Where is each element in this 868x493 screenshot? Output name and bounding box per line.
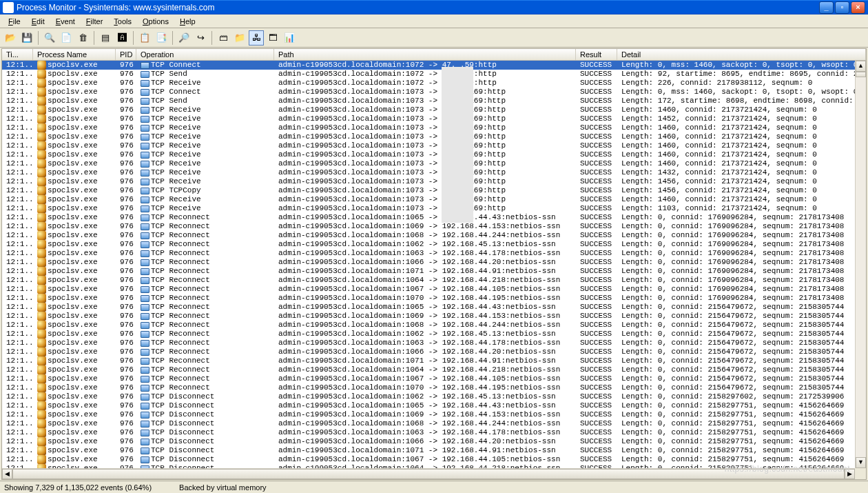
event-row[interactable]: 12:1...spoclsv.exe976TCP Connectadmin-c1… <box>2 88 855 97</box>
event-row[interactable]: 12:1...spoclsv.exe976TCP Reconnectadmin-… <box>2 339 855 348</box>
menu-edit[interactable]: Edit <box>26 16 50 27</box>
profiling-icon[interactable]: 📊 <box>282 30 297 46</box>
close-button[interactable]: × <box>851 1 865 14</box>
event-row[interactable]: 12:1...spoclsv.exe976TCP Disconnectadmin… <box>2 392 855 401</box>
event-row[interactable]: 12:1...spoclsv.exe976TCP Reconnectadmin-… <box>2 258 855 267</box>
event-row[interactable]: 12:1...spoclsv.exe976TCP Reconnectadmin-… <box>2 330 855 339</box>
vertical-scrollbar[interactable]: ▲ ▼ <box>855 61 866 468</box>
cell-path: admin-c199053cd.localdomain:1069 -> 192.… <box>274 222 576 231</box>
event-row[interactable]: 12:1...spoclsv.exe976TCP Disconnectadmin… <box>2 446 855 455</box>
scroll-up-button[interactable]: ▲ <box>856 61 866 72</box>
cell-time: 12:1... <box>2 446 33 455</box>
scroll-thumb-h[interactable] <box>12 469 845 479</box>
network-op-icon <box>141 356 149 365</box>
scroll-down-button[interactable]: ▼ <box>856 457 866 468</box>
cell-process: spoclsv.exe <box>33 455 116 464</box>
event-row[interactable]: 12:1...spoclsv.exe976TCP Disconnectadmin… <box>2 410 855 419</box>
process-icon[interactable]: 🗔 <box>265 30 280 46</box>
event-row[interactable]: 12:1...spoclsv.exe976TCP Receiveadmin-c1… <box>2 132 855 141</box>
event-row[interactable]: 12:1...spoclsv.exe976TCP Reconnectadmin-… <box>2 383 855 392</box>
event-row[interactable]: 12:1...spoclsv.exe976TCP Reconnectadmin-… <box>2 276 855 285</box>
filesystem-icon[interactable]: 📁 <box>232 30 247 46</box>
event-row[interactable]: 12:1...spoclsv.exe976TCP Reconnectadmin-… <box>2 348 855 356</box>
open-icon[interactable]: 📂 <box>3 30 18 46</box>
scroll-right-button[interactable]: ▶ <box>845 469 855 479</box>
event-rows[interactable]: 12:1...spoclsv.exe976TCP Connectadmin-c1… <box>2 61 855 479</box>
event-row[interactable]: 12:1...spoclsv.exe976TCP Disconnectadmin… <box>2 419 855 428</box>
column-header-path[interactable]: Path <box>274 49 576 60</box>
event-row[interactable]: 12:1...spoclsv.exe976TCP Disconnectadmin… <box>2 401 855 410</box>
jump-icon[interactable]: ↪ <box>193 30 208 46</box>
event-row[interactable]: 12:1...spoclsv.exe976TCP Disconnectadmin… <box>2 455 855 464</box>
event-row[interactable]: 12:1...spoclsv.exe976TCP Reconnectadmin-… <box>2 240 855 249</box>
column-header-operation[interactable]: Operation <box>136 49 274 60</box>
event-row[interactable]: 12:1...spoclsv.exe976TCP Reconnectadmin-… <box>2 374 855 383</box>
event-row[interactable]: 12:1...spoclsv.exe976TCP Receiveadmin-c1… <box>2 114 855 123</box>
autoscroll-icon[interactable]: 📄 <box>59 30 74 46</box>
highlight-icon[interactable]: 🅰 <box>114 30 130 46</box>
event-row[interactable]: 12:1...spoclsv.exe976TCP Receiveadmin-c1… <box>2 141 855 150</box>
event-row[interactable]: 12:1...spoclsv.exe976TCP Sendadmin-c1990… <box>2 70 855 79</box>
menu-tools[interactable]: Tools <box>108 16 137 27</box>
network-op-icon <box>141 348 149 356</box>
event-row[interactable]: 12:1...spoclsv.exe976TCP TCPCopyadmin-c1… <box>2 186 855 195</box>
event-row[interactable]: 12:1...spoclsv.exe976TCP Receiveadmin-c1… <box>2 159 855 168</box>
menu-options[interactable]: Options <box>137 16 174 27</box>
clear-icon[interactable]: 🗑 <box>75 30 90 46</box>
column-header-detail[interactable]: Detail <box>617 49 866 60</box>
event-row[interactable]: 12:1...spoclsv.exe976TCP Reconnectadmin-… <box>2 267 855 276</box>
cell-result: SUCCESS <box>576 70 617 79</box>
cell-time: 12:1... <box>2 150 33 159</box>
find-icon[interactable]: 🔎 <box>176 30 192 46</box>
column-header-result[interactable]: Result <box>576 49 617 60</box>
scroll-left-button[interactable]: ◀ <box>2 469 12 479</box>
event-row[interactable]: 12:1...spoclsv.exe976TCP Receiveadmin-c1… <box>2 150 855 159</box>
event-row[interactable]: 12:1...spoclsv.exe976TCP Reconnectadmin-… <box>2 213 855 222</box>
save-icon[interactable]: 💾 <box>19 30 34 46</box>
menu-file[interactable]: File <box>3 16 26 27</box>
event-row[interactable]: 12:1...spoclsv.exe976TCP Sendadmin-c1990… <box>2 97 855 105</box>
event-row[interactable]: 12:1...spoclsv.exe976TCP Reconnectadmin-… <box>2 312 855 321</box>
column-header-process[interactable]: Process Name <box>33 49 116 60</box>
scroll-thumb[interactable] <box>856 72 866 77</box>
event-row[interactable]: 12:1...spoclsv.exe976TCP Reconnectadmin-… <box>2 294 855 303</box>
network-op-icon <box>141 222 149 231</box>
event-row[interactable]: 12:1...spoclsv.exe976TCP Reconnectadmin-… <box>2 356 855 365</box>
event-row[interactable]: 12:1...spoclsv.exe976TCP Reconnectadmin-… <box>2 231 855 240</box>
event-row[interactable]: 12:1...spoclsv.exe976TCP Reconnectadmin-… <box>2 249 855 258</box>
menu-filter[interactable]: Filter <box>81 16 108 27</box>
column-header-pid[interactable]: PID <box>116 49 136 60</box>
event-row[interactable]: 12:1...spoclsv.exe976TCP Receiveadmin-c1… <box>2 204 855 213</box>
cell-result: SUCCESS <box>576 383 617 392</box>
menu-event[interactable]: Event <box>50 16 81 27</box>
event-row[interactable]: 12:1...spoclsv.exe976TCP Receiveadmin-c1… <box>2 123 855 132</box>
event-row[interactable]: 12:1...spoclsv.exe976TCP Receiveadmin-c1… <box>2 168 855 177</box>
cell-result: SUCCESS <box>576 132 617 141</box>
column-header-time[interactable]: Ti... <box>2 49 33 60</box>
include-icon[interactable]: 📋 <box>137 30 152 46</box>
capture-icon[interactable]: 🔍 <box>42 30 57 46</box>
filter-icon[interactable]: ▤ <box>98 30 113 46</box>
event-row[interactable]: 12:1...spoclsv.exe976TCP Connectadmin-c1… <box>2 61 855 70</box>
event-row[interactable]: 12:1...spoclsv.exe976TCP Reconnectadmin-… <box>2 365 855 374</box>
event-row[interactable]: 12:1...spoclsv.exe976TCP Reconnectadmin-… <box>2 222 855 231</box>
event-row[interactable]: 12:1...spoclsv.exe976TCP Reconnectadmin-… <box>2 285 855 294</box>
network-icon[interactable]: 🖧 <box>249 30 264 46</box>
cell-detail: Length: 0, connid: 1769096284, seqnum: 2… <box>617 285 855 294</box>
cell-operation: TCP Reconnect <box>136 276 274 285</box>
horizontal-scrollbar[interactable]: ◀ ▶ <box>2 468 855 479</box>
event-row[interactable]: 12:1...spoclsv.exe976TCP Receiveadmin-c1… <box>2 177 855 186</box>
properties-icon[interactable]: 📑 <box>154 30 169 46</box>
cell-pid: 976 <box>116 392 136 401</box>
registry-icon[interactable]: 🗃 <box>216 30 231 46</box>
event-row[interactable]: 12:1...spoclsv.exe976TCP Disconnectadmin… <box>2 428 855 437</box>
event-row[interactable]: 12:1...spoclsv.exe976TCP Receiveadmin-c1… <box>2 105 855 114</box>
minimize-button[interactable]: _ <box>819 1 834 14</box>
event-row[interactable]: 12:1...spoclsv.exe976TCP Receiveadmin-c1… <box>2 79 855 88</box>
event-row[interactable]: 12:1...spoclsv.exe976TCP Reconnectadmin-… <box>2 303 855 312</box>
event-row[interactable]: 12:1...spoclsv.exe976TCP Receiveadmin-c1… <box>2 195 855 204</box>
event-row[interactable]: 12:1...spoclsv.exe976TCP Disconnectadmin… <box>2 437 855 446</box>
event-row[interactable]: 12:1...spoclsv.exe976TCP Reconnectadmin-… <box>2 321 855 330</box>
menu-help[interactable]: Help <box>174 16 201 27</box>
maximize-button[interactable]: ▫ <box>835 1 849 14</box>
